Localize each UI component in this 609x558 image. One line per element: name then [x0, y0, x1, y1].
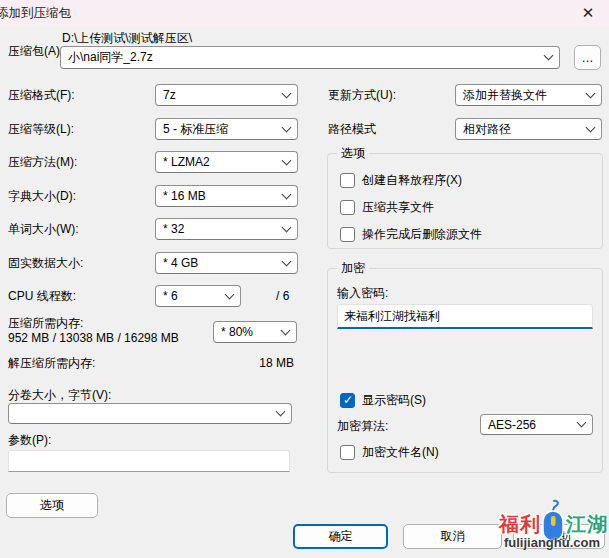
level-combobox[interactable]: 5 - 标准压缩 [155, 118, 298, 140]
chevron-down-icon [282, 222, 292, 232]
parameters-input[interactable] [8, 450, 290, 472]
level-label: 压缩等级(L): [8, 122, 74, 137]
checkbox-show-password[interactable]: 显示密码(S) [340, 392, 426, 409]
solid-block-label: 固实数据大小: [8, 256, 83, 271]
cpu-threads-label: CPU 线程数: [8, 289, 76, 304]
dictionary-label: 字典大小(D): [8, 189, 76, 204]
method-label: 压缩方法(M): [8, 155, 77, 170]
chevron-down-icon [577, 418, 587, 428]
title-bar: 添加到压缩包 ✕ [0, 0, 609, 26]
archive-path: D:\上传测试\测试解压区\ [62, 31, 192, 46]
checkbox-icon[interactable] [340, 445, 355, 460]
memory-compress-label: 压缩所需内存: [8, 316, 83, 331]
ok-button[interactable]: 确定 [293, 524, 388, 549]
format-combobox[interactable]: 7z [155, 84, 298, 106]
archive-name-combobox[interactable] [60, 46, 560, 69]
path-mode-label: 路径模式 [328, 122, 376, 137]
archive-label: 压缩包(A) [8, 44, 60, 59]
options-button[interactable]: 选项 [6, 493, 98, 518]
word-size-label: 单词大小(W): [8, 222, 79, 237]
browse-button[interactable]: … [574, 45, 601, 70]
chevron-down-icon[interactable] [276, 407, 286, 417]
encryption-method-combobox[interactable]: AES-256 [480, 414, 593, 435]
chevron-down-icon [282, 189, 292, 199]
checkbox-encrypt-filenames[interactable]: 加密文件名(N) [340, 444, 439, 461]
add-to-archive-dialog: 添加到压缩包 ✕ 压缩包(A) D:\上传测试\测试解压区\ … 压缩格式(F)… [0, 0, 609, 558]
update-mode-combobox[interactable]: 添加并替换文件 [455, 84, 602, 106]
archive-name-input[interactable] [68, 51, 541, 65]
chevron-down-icon [281, 325, 291, 335]
dialog-title: 添加到压缩包 [0, 5, 71, 22]
checkbox-checked-icon[interactable] [340, 393, 355, 408]
chevron-down-icon [586, 122, 596, 132]
chevron-down-icon [282, 155, 292, 165]
method-combobox[interactable]: * LZMA2 [155, 151, 298, 173]
cancel-button[interactable]: 取消 [403, 524, 502, 549]
solid-block-combobox[interactable]: * 4 GB [155, 252, 298, 274]
update-mode-label: 更新方式(U): [328, 88, 396, 103]
memory-percent-combobox[interactable]: * 80% [213, 321, 297, 343]
word-size-combobox[interactable]: * 32 [155, 218, 298, 240]
memory-compress-value: 952 MB / 13038 MB / 16298 MB [8, 331, 179, 346]
checkbox-icon[interactable] [340, 200, 355, 215]
chevron-down-icon [225, 289, 235, 299]
encryption-group-title: 加密 [337, 261, 369, 276]
volume-size-input[interactable] [16, 407, 273, 421]
parameters-label: 参数(P): [8, 433, 51, 448]
checkbox-delete-after[interactable]: 操作完成后删除源文件 [340, 226, 482, 243]
volume-size-combobox[interactable] [8, 403, 292, 424]
chevron-down-icon [282, 256, 292, 266]
password-label: 输入密码: [337, 286, 388, 301]
cpu-threads-combobox[interactable]: * 6 [155, 285, 241, 307]
chevron-down-icon[interactable] [544, 51, 554, 61]
path-mode-combobox[interactable]: 相对路径 [455, 118, 602, 140]
checkbox-create-sfx[interactable]: 创建自释放程序(X) [340, 172, 462, 189]
dictionary-combobox[interactable]: * 16 MB [155, 185, 298, 207]
format-label: 压缩格式(F): [8, 88, 75, 103]
checkbox-icon[interactable] [340, 227, 355, 242]
chevron-down-icon [282, 122, 292, 132]
volume-size-label: 分卷大小，字节(V): [8, 388, 111, 403]
options-group-title: 选项 [337, 146, 369, 161]
memory-decompress-value: 18 MB [236, 356, 294, 371]
checkbox-icon[interactable] [340, 173, 355, 188]
chevron-down-icon [586, 88, 596, 98]
encryption-method-label: 加密算法: [337, 419, 388, 434]
chevron-down-icon [282, 88, 292, 98]
help-button[interactable]: 帮助 [513, 524, 605, 549]
password-input[interactable] [337, 304, 593, 329]
checkbox-shared-files[interactable]: 压缩共享文件 [340, 199, 434, 216]
cpu-threads-max: / 6 [276, 289, 289, 304]
close-icon[interactable]: ✕ [575, 1, 601, 25]
memory-decompress-label: 解压缩所需内存: [8, 356, 95, 371]
